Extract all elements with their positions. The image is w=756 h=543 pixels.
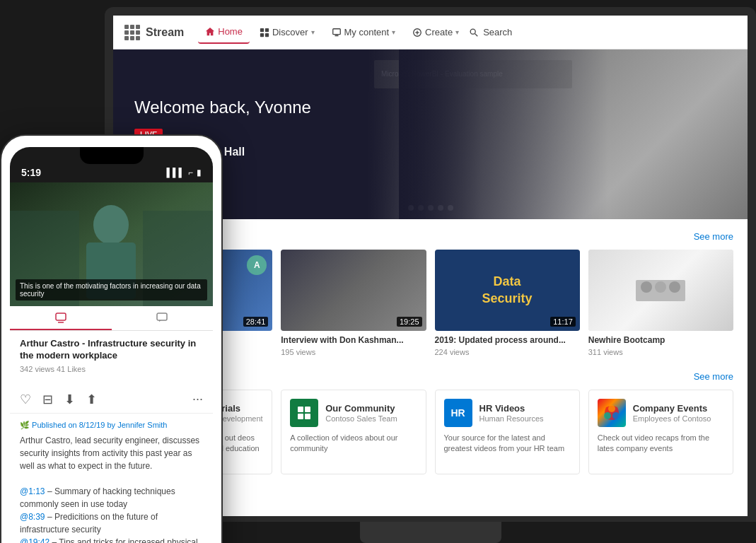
laptop-stand <box>360 522 501 543</box>
svg-rect-24 <box>305 414 310 419</box>
svg-point-30 <box>93 205 129 245</box>
svg-rect-3 <box>265 33 269 36</box>
nav-discover[interactable]: Discover ▾ <box>252 21 322 44</box>
heart-icon: ♡ <box>20 392 31 407</box>
timestamp-2[interactable]: @8:39 <box>20 512 45 522</box>
share-icon: ⬆ <box>86 392 97 407</box>
video-title-3: 2019: Updated process around... <box>435 335 580 346</box>
svg-rect-34 <box>56 313 66 320</box>
channel-card-2[interactable]: Our Community Contoso Sales Team A colle… <box>281 390 426 474</box>
channel-4-header: Company Events Employees of Contoso <box>598 399 724 427</box>
phone-desc-meta: 🌿 Published on 8/12/19 by Jennifer Smith <box>20 421 203 430</box>
phone-tabs <box>10 306 213 331</box>
phone: 5:19 ▌▌▌ ⌐ ▮ <box>0 134 223 543</box>
phone-video-info: Arthur Castro - Infrastructure security … <box>10 331 213 387</box>
svg-point-15 <box>655 281 666 293</box>
timestamp-3[interactable]: @19:42 <box>20 537 50 543</box>
channel-2-org: Contoso Sales Team <box>325 414 397 423</box>
svg-rect-23 <box>298 414 303 419</box>
logo-area: Stream <box>124 25 184 40</box>
main-nav: Home Discover ▾ My content ▾ <box>198 21 736 44</box>
channels-see-more[interactable]: See more <box>694 371 733 382</box>
bookmark-button[interactable]: ⊟ <box>42 392 53 407</box>
hero-dot-4[interactable] <box>438 205 443 211</box>
channel-3-org: Human Resources <box>479 414 544 423</box>
channel-2-icon <box>290 399 318 427</box>
channel-4-desc: Check out video recaps from the lates co… <box>598 433 724 455</box>
video-views-2: 195 views <box>281 348 426 356</box>
avatar-1: A <box>247 255 267 275</box>
phone-status-icons: ▌▌▌ ⌐ ▮ <box>166 168 202 177</box>
channel-4-icon <box>598 399 626 427</box>
hero-dot-5[interactable] <box>448 205 453 211</box>
nav-create[interactable]: Create ▾ <box>405 21 466 44</box>
topbar: Stream Home Discover ▾ <box>113 16 748 49</box>
phone-actions: ♡ ⊟ ⬇ ⬆ ··· <box>10 387 213 414</box>
svg-rect-5 <box>335 35 338 36</box>
share-button[interactable]: ⬆ <box>86 392 97 407</box>
svg-rect-0 <box>260 28 264 31</box>
channel-4-org: Employees of Contoso <box>633 414 711 423</box>
wifi-icon: ⌐ <box>188 168 193 177</box>
svg-point-27 <box>612 412 620 419</box>
timestamp-1[interactable]: @1:13 <box>20 486 45 496</box>
phone-screen: 5:19 ▌▌▌ ⌐ ▮ <box>10 147 213 543</box>
app-title: Stream <box>146 26 184 39</box>
nav-my-content[interactable]: My content ▾ <box>325 21 403 44</box>
signal-icon: ▌▌▌ <box>166 168 185 177</box>
svg-rect-2 <box>260 33 264 36</box>
phone-tab-comments[interactable] <box>112 306 214 330</box>
my-content-chevron: ▾ <box>392 28 395 36</box>
svg-rect-36 <box>157 313 167 320</box>
video-thumb-4 <box>588 250 733 331</box>
svg-rect-21 <box>298 407 303 412</box>
waffle-icon[interactable] <box>124 25 140 40</box>
video-duration-1: 28:41 <box>243 317 269 327</box>
hero-welcome: Welcome back, Yvonne <box>134 98 409 117</box>
video-views-4: 311 views <box>588 348 733 356</box>
channel-3-header: HR HR Videos Human Resources <box>444 399 571 427</box>
download-icon: ⬇ <box>64 392 75 407</box>
phone-video-caption: This is one of the motivating factors in… <box>16 279 207 300</box>
video-views-3: 224 views <box>435 348 580 356</box>
video-duration-2: 19:25 <box>397 317 422 327</box>
svg-point-26 <box>608 405 615 412</box>
video-card-4[interactable]: Newhire Bootcamp 311 views <box>588 250 733 356</box>
create-chevron: ▾ <box>455 28 459 36</box>
video-card-2[interactable]: 19:25 Interview with Don Kashman... 195 … <box>281 250 426 356</box>
video-title-2: Interview with Don Kashman... <box>281 335 426 346</box>
channel-2-header: Our Community Contoso Sales Team <box>290 399 417 427</box>
watchlist-see-more[interactable]: See more <box>694 231 733 242</box>
author-link[interactable]: Published on 8/12/19 by Jennifer Smith <box>32 421 167 429</box>
channel-2-desc: A collection of videos about our communi… <box>290 433 417 455</box>
phone-desc-text: Arthur Castro, lead security engineer, d… <box>20 434 203 543</box>
channel-card-3[interactable]: HR HR Videos Human Resources Your source… <box>435 390 580 474</box>
video-duration-3: 11:17 <box>550 317 576 327</box>
discover-chevron: ▾ <box>311 28 315 36</box>
phone-video-hero[interactable]: This is one of the motivating factors in… <box>10 182 213 306</box>
phone-video-title: Arthur Castro - Infrastructure security … <box>20 338 203 362</box>
battery-icon: ▮ <box>197 168 202 177</box>
video-card-3[interactable]: DataSecurity 11:17 2019: Updated process… <box>435 250 580 356</box>
like-button[interactable]: ♡ <box>20 392 31 407</box>
phone-video-stats: 342 views 41 Likes <box>20 365 203 373</box>
channel-3-desc: Your source for the latest and greatest … <box>444 433 571 455</box>
channel-3-name: HR Videos <box>479 403 544 415</box>
download-button[interactable]: ⬇ <box>64 392 75 407</box>
video-thumb-2: 19:25 <box>281 250 426 331</box>
svg-point-28 <box>604 412 611 419</box>
svg-rect-1 <box>265 28 269 31</box>
svg-rect-4 <box>332 28 340 34</box>
svg-point-16 <box>669 281 680 293</box>
channel-2-name: Our Community <box>325 403 397 415</box>
more-button[interactable]: ··· <box>192 392 203 407</box>
channel-card-4[interactable]: Company Events Employees of Contoso Chec… <box>588 390 733 474</box>
nav-search[interactable]: Search <box>469 27 512 37</box>
phone-description: 🌿 Published on 8/12/19 by Jennifer Smith… <box>10 414 213 543</box>
svg-line-10 <box>475 33 478 36</box>
phone-tab-details[interactable] <box>10 306 112 330</box>
video-title-4: Newhire Bootcamp <box>588 335 733 346</box>
svg-rect-22 <box>305 407 310 412</box>
channel-4-name: Company Events <box>633 403 711 415</box>
nav-home[interactable]: Home <box>198 21 250 44</box>
